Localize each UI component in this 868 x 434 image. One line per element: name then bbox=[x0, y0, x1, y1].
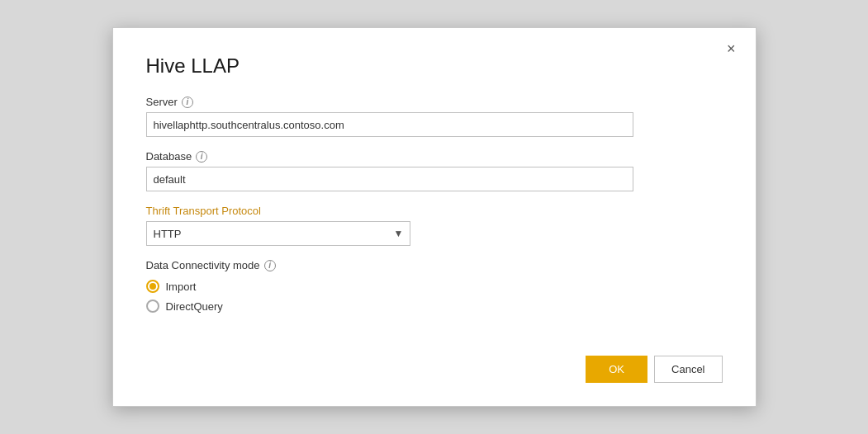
cancel-button[interactable]: Cancel bbox=[654, 356, 722, 383]
ok-button[interactable]: OK bbox=[586, 356, 647, 383]
radio-group: Import DirectQuery bbox=[146, 280, 723, 313]
database-group: Database i bbox=[146, 150, 723, 191]
database-label: Database i bbox=[146, 150, 723, 163]
database-info-icon[interactable]: i bbox=[196, 151, 207, 163]
radio-directquery-label: DirectQuery bbox=[166, 300, 223, 313]
thrift-select-wrapper: HTTP SASL Binary ▼ bbox=[146, 221, 410, 246]
dialog: × Hive LLAP Server i Database i Thrift T… bbox=[112, 27, 757, 407]
radio-import[interactable]: Import bbox=[146, 280, 723, 293]
overlay: × Hive LLAP Server i Database i Thrift T… bbox=[0, 0, 868, 434]
dialog-title: Hive LLAP bbox=[146, 54, 723, 78]
radio-import-label: Import bbox=[166, 281, 197, 293]
radio-directquery-indicator bbox=[146, 300, 159, 313]
server-group: Server i bbox=[146, 96, 723, 137]
thrift-label: Thrift Transport Protocol bbox=[146, 205, 723, 217]
server-input[interactable] bbox=[146, 112, 633, 137]
radio-import-indicator bbox=[146, 280, 159, 293]
thrift-select[interactable]: HTTP SASL Binary bbox=[146, 221, 410, 246]
server-label: Server i bbox=[146, 96, 723, 108]
database-input[interactable] bbox=[146, 167, 633, 191]
connectivity-group: Data Connectivity mode i Import DirectQu… bbox=[146, 259, 723, 313]
dialog-footer: OK Cancel bbox=[146, 339, 723, 383]
thrift-group: Thrift Transport Protocol HTTP SASL Bina… bbox=[146, 205, 723, 246]
radio-directquery[interactable]: DirectQuery bbox=[146, 300, 723, 313]
connectivity-label: Data Connectivity mode i bbox=[146, 259, 723, 271]
connectivity-info-icon[interactable]: i bbox=[264, 260, 276, 271]
close-button[interactable]: × bbox=[722, 40, 741, 58]
server-info-icon[interactable]: i bbox=[182, 97, 193, 108]
